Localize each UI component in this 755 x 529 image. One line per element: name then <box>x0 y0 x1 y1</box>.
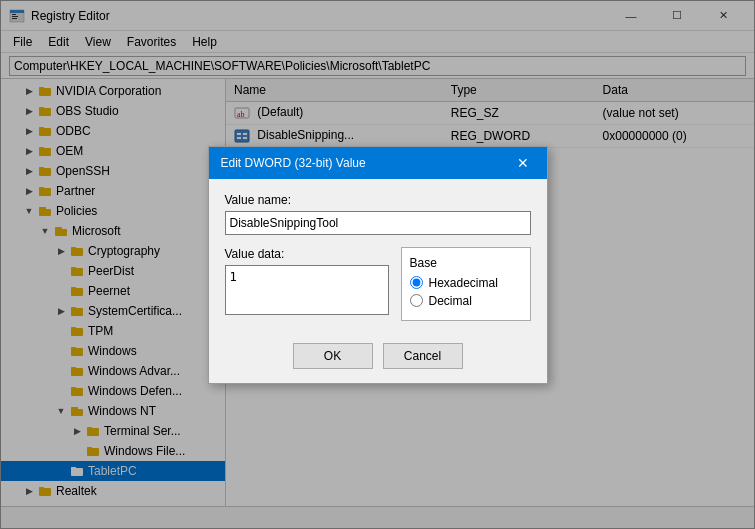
dialog-buttons: OK Cancel <box>209 335 547 383</box>
dialog-title-text: Edit DWORD (32-bit) Value <box>221 156 366 170</box>
base-section: Base Hexadecimal Decimal <box>401 247 531 321</box>
cancel-button[interactable]: Cancel <box>383 343 463 369</box>
data-section: Value data: 1 <box>225 247 389 321</box>
ok-button[interactable]: OK <box>293 343 373 369</box>
edit-dword-dialog: Edit DWORD (32-bit) Value ✕ Value name: … <box>208 146 548 384</box>
modal-overlay: Edit DWORD (32-bit) Value ✕ Value name: … <box>0 0 755 529</box>
value-name-input[interactable] <box>225 211 531 235</box>
hexadecimal-row: Hexadecimal <box>410 276 522 290</box>
decimal-row: Decimal <box>410 294 522 308</box>
dialog-close-button[interactable]: ✕ <box>511 151 535 175</box>
dialog-title-bar: Edit DWORD (32-bit) Value ✕ <box>209 147 547 179</box>
decimal-radio[interactable] <box>410 294 423 307</box>
value-data-textarea[interactable]: 1 <box>225 265 389 315</box>
hexadecimal-radio[interactable] <box>410 276 423 289</box>
value-data-label: Value data: <box>225 247 389 261</box>
data-row: Value data: 1 Base Hexadecimal Decimal <box>225 247 531 321</box>
value-name-label: Value name: <box>225 193 531 207</box>
dialog-body: Value name: Value data: 1 Base Hexadecim… <box>209 179 547 335</box>
decimal-label: Decimal <box>429 294 472 308</box>
base-label: Base <box>410 256 522 270</box>
hexadecimal-label: Hexadecimal <box>429 276 498 290</box>
